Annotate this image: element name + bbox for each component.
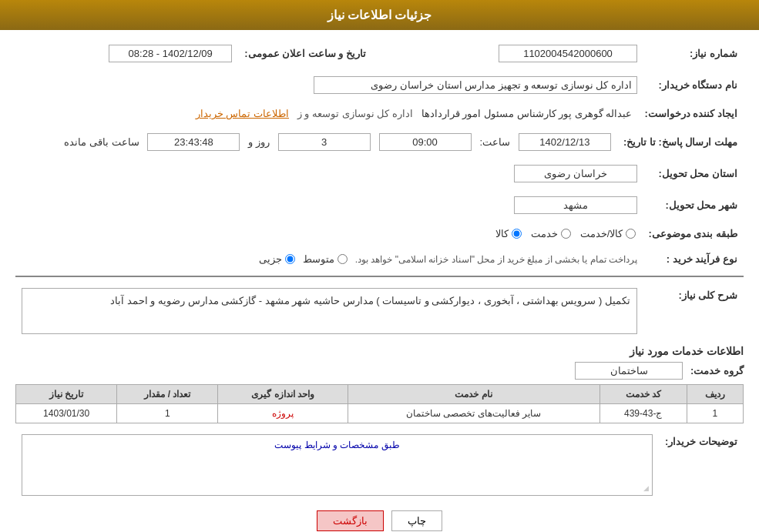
description-label: شرح کلی نیاز: <box>643 285 744 337</box>
buyer-notes-value: طبق مشخصات و شرایط پیوست <box>22 435 652 455</box>
buyer-notes-container: طبق مشخصات و شرایط پیوست ◢ <box>22 434 653 496</box>
buyer-org-value: اداره کل نوسازی توسعه و تجهیز مدارس استا… <box>314 76 637 94</box>
category-label-khedmat: خدمت <box>531 228 558 239</box>
buyer-notes-section: توضیحات خریدار: طبق مشخصات و شرایط پیوست… <box>15 431 744 499</box>
service-group-row: گروه خدمت: ساختمان <box>15 362 744 380</box>
purchase-radio-group: پرداخت تمام یا بخشی از مبلغ خرید از محل … <box>22 253 637 265</box>
description-row: شرح کلی نیاز: تکمیل ( سرویس بهداشتی ، آب… <box>15 285 744 337</box>
service-group-value: ساختمان <box>575 362 683 380</box>
col-header-rownum: ردیف <box>687 385 743 404</box>
province-row: استان محل تحویل: خراسان رضوی <box>15 162 744 186</box>
col-header-name: نام خدمت <box>348 385 599 404</box>
back-button[interactable]: بازگشت <box>317 510 384 531</box>
cell-name: سایر فعالیت‌های تخصصی ساختمان <box>348 404 599 423</box>
buyer-org-label: نام دستگاه خریدار: <box>643 73 744 97</box>
creator-name: عبداله گوهری پور کارشناس مسئول امور قرار… <box>421 108 633 119</box>
content-area: شماره نیاز: 1102004542000600 تاریخ و ساع… <box>0 30 759 532</box>
cell-qty: 1 <box>117 404 218 423</box>
city-label: شهر محل تحویل: <box>643 193 744 217</box>
category-radio-kala-khedmat[interactable] <box>626 229 636 239</box>
page-wrapper: جزئیات اطلاعات نیاز شماره نیاز: 11020045… <box>0 0 759 532</box>
col-header-unit: واحد اندازه گیری <box>218 385 348 404</box>
category-label-kala: کالا <box>495 228 509 239</box>
button-row: چاپ بازگشت <box>15 510 744 531</box>
purchase-type-note: پرداخت تمام یا بخشی از مبلغ خرید از محل … <box>355 254 637 265</box>
purchase-type-label: نوع فرآیند خرید : <box>643 250 744 268</box>
announce-date-label: تاریخ و ساعت اعلان عمومی: <box>238 42 372 65</box>
deadline-remaining: 23:43:48 <box>147 133 240 151</box>
category-option-kala: کالا <box>495 228 522 239</box>
province-value: خراسان رضوی <box>514 165 637 182</box>
cell-date: 1403/01/30 <box>16 404 117 423</box>
purchase-radio-jozii[interactable] <box>285 254 295 264</box>
service-group-label: گروه خدمت: <box>690 365 744 376</box>
deadline-days: 3 <box>278 133 371 151</box>
category-label-kala-khedmat: کالا/خدمت <box>580 228 623 239</box>
deadline-remaining-label: ساعت باقی مانده <box>64 136 139 148</box>
deadline-time: 09:00 <box>379 133 472 151</box>
need-number-box: 1102004542000600 <box>499 45 637 62</box>
purchase-radio-motavasset[interactable] <box>338 254 348 264</box>
page-title: جزئیات اطلاعات نیاز <box>327 8 432 22</box>
deadline-date: 1402/12/13 <box>519 133 611 151</box>
description-value: تکمیل ( سرویس بهداشتی ، آبخوری ، دیوارکش… <box>22 288 637 334</box>
cell-code: ج-43-439 <box>599 404 687 423</box>
deadline-time-label: ساعت: <box>479 136 510 148</box>
announce-date-value: 1402/12/09 - 08:28 <box>109 45 232 62</box>
need-number-label: شماره نیاز: <box>643 42 744 65</box>
creator-row: ایجاد کننده درخواست: عبداله گوهری پور کا… <box>15 105 744 122</box>
category-label: طبقه بندی موضوعی: <box>642 225 744 243</box>
deadline-row: مهلت ارسال پاسخ: تا تاریخ: 1402/12/13 سا… <box>15 130 744 154</box>
category-radio-khedmat[interactable] <box>561 229 571 239</box>
print-button[interactable]: چاپ <box>391 510 442 531</box>
table-row: 1 ج-43-439 سایر فعالیت‌های تخصصی ساختمان… <box>16 404 744 423</box>
category-option-kala-khedmat: کالا/خدمت <box>580 228 636 239</box>
deadline-label: مهلت ارسال پاسخ: تا تاریخ: <box>617 130 744 154</box>
need-number-value: 1102004542000600 <box>395 42 643 65</box>
city-row: شهر محل تحویل: مشهد <box>15 193 744 217</box>
buyer-org-row: نام دستگاه خریدار: اداره کل نوسازی توسعه… <box>15 73 744 97</box>
divider-1 <box>15 276 744 277</box>
page-header: جزئیات اطلاعات نیاز <box>0 0 759 30</box>
services-table: ردیف کد خدمت نام خدمت واحد اندازه گیری ت… <box>15 384 744 423</box>
purchase-label-jozii: جزیی <box>259 253 282 265</box>
purchase-label-motavasset: متوسط <box>303 253 334 265</box>
corner-marker: ◢ <box>643 484 649 492</box>
category-radio-group: کالا/خدمت خدمت کالا <box>22 228 636 239</box>
need-number-row: شماره نیاز: 1102004542000600 تاریخ و ساع… <box>15 42 744 65</box>
creator-org: اداره کل نوسازی توسعه و ز <box>297 108 413 119</box>
category-radio-kala[interactable] <box>512 229 522 239</box>
category-option-khedmat: خدمت <box>531 228 571 239</box>
city-value: مشهد <box>514 196 637 214</box>
services-section-title: اطلاعات خدمات مورد نیاز <box>15 345 744 357</box>
col-header-date: تاریخ نیاز <box>16 385 117 404</box>
purchase-type-row: نوع فرآیند خرید : پرداخت تمام یا بخشی از… <box>15 250 744 268</box>
province-label: استان محل تحویل: <box>643 162 744 186</box>
creator-link[interactable]: اطلاعات تماس خریدار <box>196 108 289 119</box>
cell-rownum: 1 <box>687 404 743 423</box>
creator-label: ایجاد کننده درخواست: <box>638 105 744 122</box>
purchase-option-motavasset: متوسط <box>303 253 348 265</box>
category-row: طبقه بندی موضوعی: کالا/خدمت خدمت <box>15 225 744 243</box>
col-header-code: کد خدمت <box>599 385 687 404</box>
purchase-option-jozii: جزیی <box>259 253 295 265</box>
deadline-days-label: روز و <box>248 136 270 148</box>
col-header-qty: تعداد / مقدار <box>117 385 218 404</box>
cell-unit: پروژه <box>218 404 348 423</box>
buyer-notes-label: توضیحات خریدار: <box>659 431 744 499</box>
